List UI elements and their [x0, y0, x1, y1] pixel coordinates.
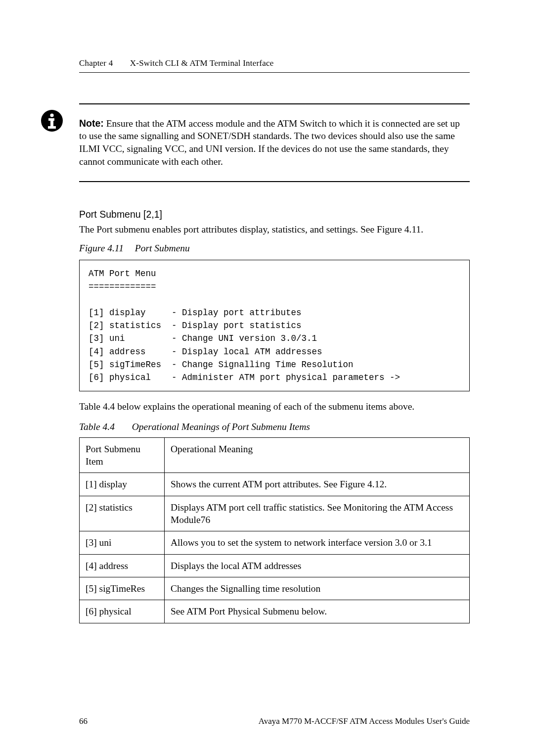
- note-body: Note: Ensure that the ATM access module …: [79, 114, 470, 172]
- page-footer: 66 Avaya M770 M-ACCF/SF ATM Access Modul…: [79, 716, 470, 726]
- header-rule: [79, 72, 470, 73]
- code-listing: ATM Port Menu ============= [1] display …: [79, 260, 470, 391]
- note-text: Ensure that the ATM access module and th…: [79, 118, 460, 167]
- section-intro: The Port submenu enables port attributes…: [79, 223, 470, 236]
- cell-item: [5] sigTimeRes: [80, 577, 165, 600]
- figure-title: Port Submenu: [135, 243, 190, 253]
- svg-rect-4: [48, 126, 56, 129]
- cell-meaning: Shows the current ATM port attributes. S…: [165, 473, 470, 496]
- svg-point-1: [50, 113, 53, 117]
- cell-item: [6] physical: [80, 600, 165, 623]
- cell-item: [2] statistics: [80, 496, 165, 531]
- port-submenu-table: Port Submenu Item Operational Meaning [1…: [79, 437, 470, 623]
- col-header-item: Port Submenu Item: [80, 437, 165, 473]
- doc-title: Avaya M770 M-ACCF/SF ATM Access Modules …: [259, 716, 470, 726]
- col-header-meaning: Operational Meaning: [165, 437, 470, 473]
- figure-caption: Figure 4.11 Port Submenu: [79, 243, 470, 254]
- svg-rect-3: [50, 118, 53, 127]
- cell-item: [1] display: [80, 473, 165, 496]
- note-block: Note: Ensure that the ATM access module …: [79, 103, 470, 182]
- section-heading: Port Submenu [2,1]: [79, 209, 470, 220]
- chapter-label: Chapter 4: [79, 58, 113, 68]
- cell-meaning: Changes the Signalling time resolution: [165, 577, 470, 600]
- table-title: Operational Meanings of Port Submenu Ite…: [132, 422, 310, 432]
- cell-meaning: Displays the local ATM addresses: [165, 554, 470, 577]
- cell-meaning: Allows you to set the system to network …: [165, 531, 470, 554]
- table-row: [6] physical See ATM Port Physical Subme…: [80, 600, 470, 623]
- cell-meaning: Displays ATM port cell traffic statistic…: [165, 496, 470, 531]
- figure-number: Figure 4.11: [79, 243, 124, 253]
- table-header-row: Port Submenu Item Operational Meaning: [80, 437, 470, 473]
- table-row: [3] uni Allows you to set the system to …: [80, 531, 470, 554]
- note-rule-top: [79, 103, 470, 104]
- note-rule-bottom: [79, 181, 470, 182]
- table-row: [5] sigTimeRes Changes the Signalling ti…: [80, 577, 470, 600]
- cell-item: [4] address: [80, 554, 165, 577]
- note-label: Note:: [79, 118, 104, 129]
- after-figure-text: Table 4.4 below explains the operational…: [79, 400, 470, 413]
- table-caption: Table 4.4 Operational Meanings of Port S…: [79, 422, 470, 432]
- info-icon: [41, 109, 63, 132]
- cell-item: [3] uni: [80, 531, 165, 554]
- table-row: [4] address Displays the local ATM addre…: [80, 554, 470, 577]
- page-number: 66: [79, 716, 88, 726]
- table-row: [2] statistics Displays ATM port cell tr…: [80, 496, 470, 531]
- running-header: Chapter 4 X-Switch CLI & ATM Terminal In…: [79, 58, 470, 68]
- chapter-title: X-Switch CLI & ATM Terminal Interface: [130, 58, 274, 68]
- table-number: Table 4.4: [79, 422, 115, 432]
- cell-meaning: See ATM Port Physical Submenu below.: [165, 600, 470, 623]
- table-row: [1] display Shows the current ATM port a…: [80, 473, 470, 496]
